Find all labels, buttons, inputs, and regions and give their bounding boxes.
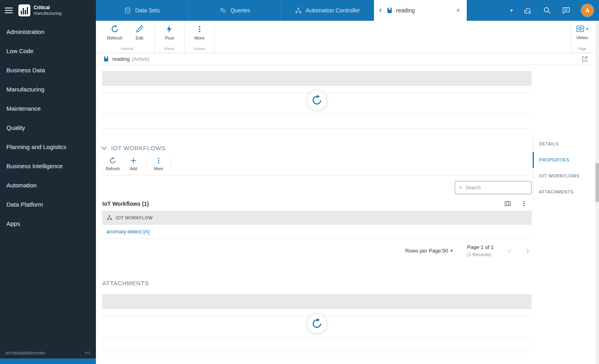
ribbon-group-label: General: [102, 45, 152, 52]
properties-loading-area: [102, 86, 531, 133]
button-label: Post: [165, 36, 174, 40]
sidebar-item-label: Apps: [6, 220, 20, 227]
sidebar-header: Critical manufacturing: [0, 0, 96, 21]
ribbon-group-label: Page: [576, 45, 588, 52]
brand-logo: Critical manufacturing: [18, 4, 62, 16]
topbar-actions: ▾ A: [510, 0, 599, 21]
equipment-icon[interactable]: [524, 6, 532, 14]
iot-add-button[interactable]: Add: [123, 157, 144, 171]
refresh-icon: [109, 157, 116, 164]
table-title: IoT Workflows (1): [102, 201, 149, 207]
table-actions: [504, 200, 531, 207]
loading-spinner: [307, 314, 326, 333]
iot-more-button[interactable]: More: [148, 157, 169, 171]
top-tab-bar: Data Sets Queries Automation Controller …: [96, 0, 599, 21]
scrollbar-thumb[interactable]: [595, 163, 599, 202]
columns-icon[interactable]: [504, 200, 511, 207]
divider: [102, 352, 531, 352]
tab-overflow-caret-icon[interactable]: ▾: [510, 8, 513, 13]
chevron-down-icon[interactable]: [101, 145, 107, 150]
ribbon-right: ▾ Views Page: [571, 21, 595, 53]
rail-item-properties[interactable]: PROPERTIES: [533, 152, 592, 168]
rail-item-label: DETAILS: [539, 141, 559, 146]
sidebar-item-administration[interactable]: Administration: [0, 22, 96, 41]
rail-item-label: IOT WORKFLOWS: [539, 173, 579, 178]
edit-button[interactable]: Edit: [127, 25, 152, 40]
tab-data-sets[interactable]: Data Sets: [96, 0, 189, 21]
records-count: (1 Records): [467, 251, 494, 258]
app-window: Critical manufacturing Administration Lo…: [0, 0, 599, 364]
vertical-dots-icon[interactable]: [521, 200, 527, 207]
button-label: More: [154, 167, 163, 171]
tab-label: Data Sets: [135, 7, 159, 14]
breadcrumb: reading (Active): [96, 53, 595, 65]
loading-skeleton-bar: [102, 294, 531, 309]
search-icon[interactable]: [543, 6, 551, 14]
rows-per-page-label: Rows per Page:50: [405, 248, 448, 254]
page-nav: ‹ ›: [508, 246, 529, 256]
connection-signal-icon: [85, 350, 90, 356]
sidebar-item-manufacturing[interactable]: Manufacturing: [0, 80, 96, 99]
tab-reading-active[interactable]: ‹ reading ×: [374, 0, 467, 21]
sidebar-item-apps[interactable]: Apps: [0, 214, 96, 233]
brand-name: Critical: [34, 5, 62, 11]
sidebar-item-label: Low Code: [6, 48, 34, 54]
rows-per-page-select[interactable]: Rows per Page:50 ▾: [405, 248, 452, 254]
sidebar-item-data-platform[interactable]: Data Platform: [0, 195, 96, 214]
sidebar-item-quality[interactable]: Quality: [0, 118, 96, 137]
sidebar-item-maintenance[interactable]: Maintenance: [0, 99, 96, 118]
spinner-refresh-icon: [311, 95, 322, 106]
ribbon-group-event: Post Event: [155, 21, 185, 53]
popout-icon[interactable]: [581, 56, 588, 62]
divider: [102, 114, 531, 114]
tab-scroll-back-icon[interactable]: ‹: [377, 6, 383, 16]
more-actions-button[interactable]: More: [187, 25, 212, 40]
sidebar-item-planning-and-logistics[interactable]: Planning and Logistics: [0, 137, 96, 156]
search-input[interactable]: [466, 185, 527, 191]
table-row: anomaly-detect [A]: [102, 225, 531, 239]
views-button[interactable]: ▾ Views: [576, 25, 588, 40]
next-page-icon[interactable]: ›: [526, 246, 529, 256]
sidebar-item-label: Manufacturing: [6, 86, 44, 93]
sidebar-item-business-data[interactable]: Business Data: [0, 60, 96, 80]
button-label: Views: [576, 35, 588, 40]
chat-icon[interactable]: [562, 6, 570, 14]
rail-item-details[interactable]: DETAILS: [533, 136, 592, 152]
main-panel: IOT WORKFLOWS Refresh Add More: [96, 65, 595, 364]
divider: [102, 128, 531, 129]
tab-automation-controller[interactable]: Automation Controller: [281, 0, 374, 21]
user-avatar[interactable]: A: [581, 4, 593, 16]
hamburger-menu-icon[interactable]: [5, 8, 13, 13]
sidebar-item-business-intelligence[interactable]: Business Intelligence: [0, 156, 96, 175]
brand-subname: manufacturing: [34, 11, 62, 16]
sidebar-item-label: Planning and Logistics: [6, 143, 66, 150]
refresh-button[interactable]: Refresh: [102, 25, 127, 40]
pencil-icon: [135, 25, 144, 33]
refresh-icon: [111, 25, 119, 33]
workflow-search-box: [455, 181, 531, 194]
workflow-link[interactable]: anomaly-detect [A]: [106, 229, 149, 235]
sidebar-item-automation[interactable]: Automation: [0, 175, 96, 195]
button-label: More: [194, 36, 204, 40]
ribbon-group-label: Event: [157, 45, 182, 52]
entity-document-icon: [103, 56, 109, 62]
sidebar-item-low-code[interactable]: Low Code: [0, 41, 96, 60]
post-button[interactable]: Post: [157, 25, 182, 40]
search-row: [102, 175, 531, 195]
button-label: Edit: [136, 36, 143, 40]
previous-page-icon[interactable]: ‹: [508, 246, 511, 256]
iot-refresh-button[interactable]: Refresh: [102, 157, 123, 171]
sidebar-nav: Administration Low Code Business Data Ma…: [0, 22, 96, 233]
ribbon-group-general: Refresh Edit General: [96, 21, 155, 53]
rail-item-iot-workflows[interactable]: IOT WORKFLOWS: [533, 168, 592, 184]
attachments-loading-area: [102, 309, 531, 356]
iot-workflows-toolbar: Refresh Add More: [102, 157, 531, 175]
rail-item-label: PROPERTIES: [539, 157, 569, 162]
section-nav-rail: DETAILS PROPERTIES IOT WORKFLOWS ATTACHM…: [533, 136, 592, 200]
column-header: IOT WORKFLOW: [116, 215, 153, 220]
main-content: IOT WORKFLOWS Refresh Add More: [102, 65, 531, 356]
close-tab-icon[interactable]: ×: [454, 6, 464, 15]
sidebar-item-label: Business Intelligence: [6, 163, 63, 169]
rail-item-attachments[interactable]: ATTACHMENTS: [533, 184, 592, 200]
tab-queries[interactable]: Queries: [189, 0, 281, 21]
